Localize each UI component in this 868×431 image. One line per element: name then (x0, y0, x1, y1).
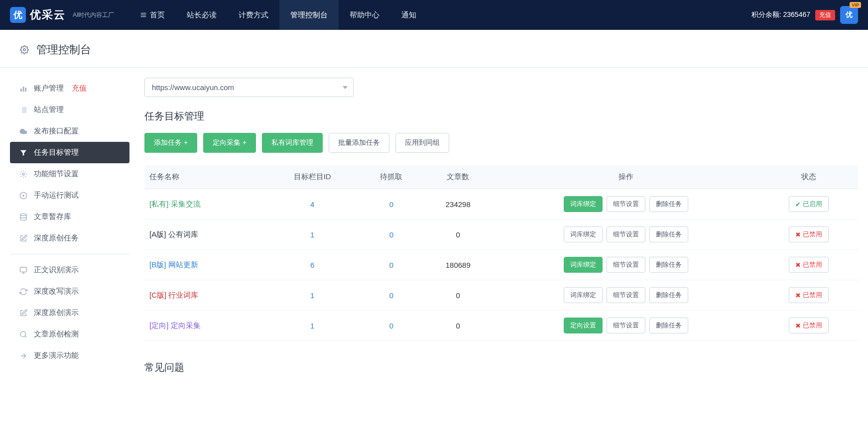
sidebar-item[interactable]: 手动运行测试 (10, 185, 129, 206)
sidebar-item[interactable]: 发布接口配置 (10, 120, 129, 142)
table-header: 待抓取 (359, 165, 423, 189)
table-header: 操作 (493, 165, 759, 189)
column-id: 1 (265, 219, 359, 250)
sidebar-item-extra: 充值 (72, 84, 87, 93)
pending-count: 0 (359, 280, 423, 311)
apply-group-button[interactable]: 应用到同组 (395, 133, 449, 153)
status-toggle[interactable]: ✖ 已禁用 (789, 226, 829, 242)
column-id: 6 (265, 250, 359, 280)
delete-task-button[interactable]: 删除任务 (649, 196, 688, 212)
domain-select[interactable]: https://www.ucaiyun.com (144, 78, 354, 97)
status-toggle[interactable]: ✖ 已禁用 (789, 287, 829, 303)
table-row: [C版] 行业词库100词库绑定细节设置删除任务✖ 已禁用 (144, 280, 858, 311)
delete-task-button[interactable]: 删除任务 (649, 287, 688, 303)
sidebar-item[interactable]: 文章暂存库 (10, 206, 129, 227)
gear-icon (20, 45, 29, 54)
sidebar-separator (10, 254, 129, 254)
menu-icon (140, 11, 147, 18)
task-name-link[interactable]: 网站更新 (168, 260, 198, 269)
sidebar-item[interactable]: 正文识别演示 (10, 259, 129, 281)
table-header: 文章数 (423, 165, 493, 189)
faq-title: 常见问题 (144, 361, 858, 374)
page-title: 管理控制台 (36, 42, 91, 57)
nav-item[interactable]: 通知 (390, 0, 427, 30)
task-name-link[interactable]: 采集交流 (171, 200, 201, 208)
detail-setting-button[interactable]: 细节设置 (607, 196, 645, 212)
sidebar-item[interactable]: 更多演示功能 (10, 345, 129, 366)
bind-lexicon-button[interactable]: 词库绑定 (564, 226, 603, 242)
task-name-link[interactable]: 公有词库 (168, 230, 198, 238)
sidebar-item-label: 文章暂存库 (34, 212, 71, 221)
nav-item-label: 站长必读 (187, 10, 217, 20)
nav-item[interactable]: 站长必读 (176, 0, 228, 30)
article-count: 180689 (423, 250, 493, 280)
sidebar-item[interactable]: 文章原创检测 (10, 323, 129, 345)
task-name-link[interactable]: 行业词库 (168, 291, 198, 299)
nav-item[interactable]: 计费方式 (228, 0, 279, 30)
sidebar-item[interactable]: 功能细节设置 (10, 163, 129, 185)
action-buttons: 添加任务 + 定向采集 + 私有词库管理 批量添加任务 应用到同组 (144, 133, 858, 153)
delete-task-button[interactable]: 删除任务 (649, 257, 688, 273)
bind-lexicon-button[interactable]: 词库绑定 (564, 257, 603, 273)
delete-task-button[interactable]: 删除任务 (649, 318, 688, 333)
directed-collect-button[interactable]: 定向采集 + (203, 133, 256, 153)
sidebar-item[interactable]: 账户管理充值 (10, 78, 129, 99)
brand-logo[interactable]: 优 优采云 AI时代内容工厂 (10, 7, 114, 23)
status-label: 已禁用 (803, 230, 822, 239)
sidebar-item-label: 手动运行测试 (34, 191, 79, 200)
add-task-button[interactable]: 添加任务 + (144, 133, 197, 153)
brand-slogan: AI时代内容工厂 (73, 11, 114, 19)
batch-add-button[interactable]: 批量添加任务 (329, 133, 389, 153)
sidebar-item-label: 文章原创检测 (34, 329, 79, 339)
recharge-button[interactable]: 充值 (815, 10, 835, 20)
svg-point-13 (22, 173, 24, 175)
task-tag: [定向] (149, 321, 171, 329)
delete-task-button[interactable]: 删除任务 (649, 226, 688, 242)
bind-lexicon-button[interactable]: 词库绑定 (564, 196, 603, 212)
status-toggle[interactable]: ✖ 已禁用 (789, 257, 829, 273)
private-lexicon-button[interactable]: 私有词库管理 (262, 133, 323, 153)
article-count: 0 (423, 280, 493, 311)
task-name-link[interactable]: 定向采集 (171, 321, 201, 329)
nav-item-label: 帮助中心 (350, 10, 379, 20)
sidebar-item-label: 更多演示功能 (34, 351, 79, 360)
section-title: 任务目标管理 (144, 109, 858, 123)
sidebar-item-label: 站点管理 (34, 105, 64, 114)
sidebar-item[interactable]: 站点管理 (10, 99, 129, 120)
status-label: 已禁用 (803, 291, 822, 300)
vip-badge-icon: VIP (850, 2, 861, 8)
brand-name: 优采云 (30, 7, 66, 22)
detail-setting-button[interactable]: 细节设置 (607, 226, 645, 242)
pending-count: 0 (359, 219, 423, 250)
svg-point-16 (20, 214, 26, 216)
points-value: 2365467 (783, 10, 810, 18)
sidebar-item[interactable]: 深度原创演示 (10, 302, 129, 323)
detail-setting-button[interactable]: 细节设置 (607, 318, 645, 333)
column-id: 1 (265, 280, 359, 311)
user-avatar[interactable]: 优 VIP (840, 6, 858, 24)
detail-setting-button[interactable]: 细节设置 (607, 257, 645, 273)
status-label: 已启用 (803, 200, 822, 209)
directed-setting-button[interactable]: 定向设置 (564, 318, 603, 333)
sidebar-item[interactable]: 任务目标管理 (10, 142, 129, 163)
main-content: https://www.ucaiyun.com 任务目标管理 添加任务 + 定向… (144, 78, 858, 384)
detail-setting-button[interactable]: 细节设置 (607, 287, 645, 303)
status-toggle[interactable]: ✔ 已启用 (789, 196, 829, 212)
nav-item[interactable]: 管理控制台 (279, 0, 339, 30)
x-icon: ✖ (795, 292, 801, 299)
task-tag: [A版] (149, 230, 168, 238)
status-toggle[interactable]: ✖ 已禁用 (789, 318, 829, 333)
x-icon: ✖ (795, 231, 801, 238)
bind-lexicon-button[interactable]: 词库绑定 (564, 287, 603, 303)
list-icon (19, 106, 28, 114)
cogs-icon (19, 170, 28, 179)
svg-rect-17 (20, 267, 26, 272)
sidebar-item[interactable]: 深度改写演示 (10, 281, 129, 302)
nav-right: 积分余额: 2365467 充值 优 VIP (751, 6, 858, 24)
sidebar-item-label: 正文识别演示 (34, 265, 79, 275)
nav-item-label: 管理控制台 (290, 10, 328, 20)
nav-item[interactable]: 帮助中心 (339, 0, 390, 30)
cloud-icon (19, 127, 28, 136)
sidebar-item[interactable]: 深度原创任务 (10, 227, 129, 249)
nav-item[interactable]: 首页 (129, 0, 176, 30)
